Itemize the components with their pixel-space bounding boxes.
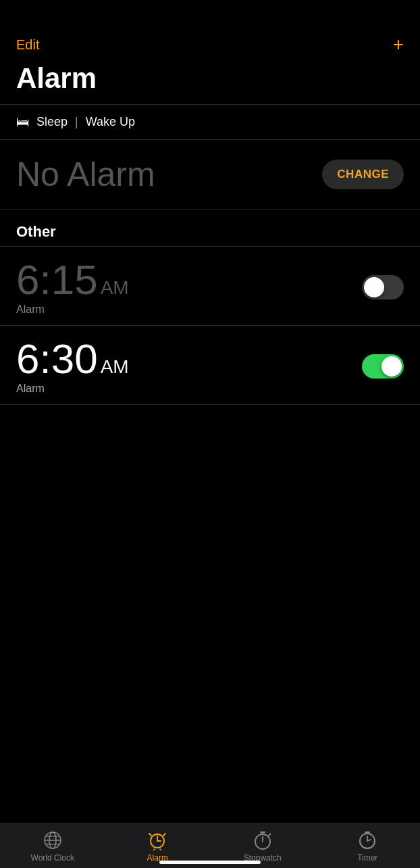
stopwatch-icon (253, 830, 273, 850)
add-button[interactable]: + (393, 35, 404, 54)
svg-line-11 (160, 849, 161, 850)
alarm-icon (147, 830, 167, 850)
alarm-label: Alarm (16, 304, 129, 316)
app-header: Edit + (0, 0, 420, 59)
change-button[interactable]: CHANGE (322, 160, 404, 189)
no-alarm-text: No Alarm (16, 155, 155, 194)
sleep-wakeup-row[interactable]: 🛏 Sleep | Wake Up (0, 104, 420, 140)
other-section-header: Other (0, 210, 420, 246)
alarm-time-value: 6:30 (16, 338, 98, 380)
svg-line-9 (163, 834, 165, 836)
nav-item-world-clock[interactable]: World Clock (26, 830, 80, 863)
alarm-toggle[interactable] (362, 354, 404, 379)
bed-icon: 🛏 (16, 114, 30, 130)
alarm-time: 6:30 AM (16, 338, 129, 380)
edit-button[interactable]: Edit (16, 37, 39, 53)
alarm-toggle[interactable] (362, 275, 404, 299)
alarm-ampm: AM (101, 279, 129, 297)
svg-line-16 (269, 834, 271, 836)
world-clock-icon (43, 830, 63, 850)
sleep-wakeup-label: Sleep | Wake Up (36, 115, 135, 129)
timer-icon (357, 830, 377, 850)
alarm-info: 6:15 AM Alarm (16, 259, 129, 316)
alarm-ampm: AM (101, 358, 129, 377)
svg-line-8 (149, 834, 151, 836)
toggle-thumb (382, 356, 402, 377)
alarm-time-value: 6:15 (16, 259, 98, 301)
no-alarm-section: No Alarm CHANGE (0, 140, 420, 210)
nav-label-timer: Timer (357, 853, 377, 863)
toggle-container[interactable] (362, 275, 404, 299)
toggle-container[interactable] (362, 354, 404, 379)
alarm-row: 6:15 AM Alarm (0, 247, 420, 326)
alarm-info: 6:30 AM Alarm (16, 338, 129, 395)
alarm-time: 6:15 AM (16, 259, 129, 301)
home-indicator (159, 861, 261, 864)
alarm-row: 6:30 AM Alarm (0, 326, 420, 405)
nav-item-stopwatch[interactable]: Stopwatch (236, 830, 290, 863)
svg-line-10 (153, 849, 155, 850)
page-title: Alarm (0, 59, 420, 104)
alarm-label: Alarm (16, 383, 129, 395)
nav-item-alarm[interactable]: Alarm (130, 830, 184, 863)
toggle-thumb (364, 277, 384, 297)
nav-label-world-clock: World Clock (31, 853, 74, 863)
nav-item-timer[interactable]: Timer (340, 830, 394, 863)
